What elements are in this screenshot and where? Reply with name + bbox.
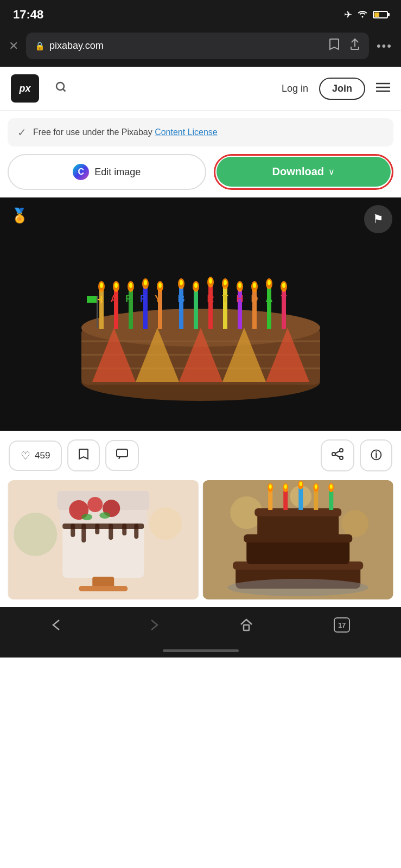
svg-rect-81 <box>81 524 86 542</box>
svg-rect-107 <box>283 491 288 510</box>
svg-text:Y: Y <box>155 293 161 304</box>
svg-point-36 <box>144 280 147 285</box>
interaction-bar: ♡ 459 <box>0 431 401 480</box>
content-license-link[interactable]: Content License <box>155 127 218 137</box>
related-image-1[interactable] <box>8 480 199 599</box>
svg-point-116 <box>299 482 302 486</box>
svg-text:R: R <box>207 293 214 304</box>
more-options-button[interactable]: ••• <box>377 39 392 53</box>
svg-point-44 <box>209 278 212 284</box>
svg-point-48 <box>238 283 241 288</box>
status-bar: 17:48 ✈ <box>0 0 401 28</box>
nav-bar: px Log in Join <box>0 67 401 111</box>
tab-count-button[interactable]: 17 <box>334 617 350 633</box>
svg-point-54 <box>282 283 285 288</box>
url-bar[interactable]: 🔒 pixabay.com <box>26 33 369 59</box>
like-button[interactable]: ♡ 459 <box>9 441 62 471</box>
svg-point-118 <box>314 484 317 489</box>
svg-point-89 <box>81 514 92 520</box>
login-button[interactable]: Log in <box>282 83 308 94</box>
svg-point-46 <box>224 280 227 285</box>
related-image-2[interactable] <box>202 480 394 599</box>
status-icons: ✈ <box>344 9 388 21</box>
svg-point-114 <box>284 484 287 489</box>
svg-point-50 <box>253 283 256 288</box>
svg-rect-68 <box>87 296 97 303</box>
check-icon: ✓ <box>17 126 27 139</box>
download-chevron-icon: ∨ <box>328 167 335 177</box>
svg-rect-106 <box>268 491 272 510</box>
download-button-wrapper: Download ∨ <box>214 154 394 190</box>
battery-icon <box>373 11 388 18</box>
svg-rect-85 <box>134 524 138 539</box>
svg-point-94 <box>149 507 182 540</box>
share-icon[interactable] <box>349 38 360 54</box>
svg-text:A: A <box>111 293 118 304</box>
status-time: 17:48 <box>13 8 43 22</box>
flag-button[interactable]: ⚑ <box>364 205 392 233</box>
svg-point-40 <box>180 280 183 285</box>
logo-text: px <box>19 83 30 94</box>
info-button[interactable]: ⓘ <box>360 439 392 471</box>
cake-illustration: H A P P Y B I R T H D A Y <box>0 197 401 431</box>
svg-point-34 <box>129 283 132 288</box>
airplane-icon: ✈ <box>344 9 352 21</box>
download-button-label: Download <box>272 165 324 178</box>
action-buttons: C Edit image Download ∨ <box>0 146 401 197</box>
svg-rect-108 <box>298 488 303 510</box>
bookmark-icon <box>78 448 89 463</box>
edit-image-button[interactable]: C Edit image <box>8 154 206 190</box>
svg-point-73 <box>340 456 343 459</box>
svg-rect-122 <box>244 625 249 630</box>
svg-text:T: T <box>222 293 228 304</box>
quality-badge-icon: 🏅 <box>11 207 33 229</box>
svg-point-52 <box>268 280 271 285</box>
svg-point-71 <box>340 449 343 452</box>
search-button[interactable] <box>54 80 67 97</box>
share-icon <box>332 448 343 463</box>
close-tab-button[interactable]: ✕ <box>9 39 18 53</box>
svg-rect-69 <box>97 296 98 328</box>
share-button[interactable] <box>321 439 354 471</box>
svg-text:Y: Y <box>281 293 287 304</box>
svg-rect-83 <box>109 524 113 540</box>
svg-point-32 <box>114 283 118 288</box>
home-button[interactable] <box>239 618 253 632</box>
menu-button[interactable] <box>376 81 390 95</box>
svg-text:H: H <box>237 293 244 304</box>
join-button[interactable]: Join <box>319 78 365 100</box>
heart-icon: ♡ <box>21 449 30 462</box>
wifi-icon <box>357 9 368 21</box>
svg-point-120 <box>329 484 332 489</box>
svg-point-0 <box>56 82 64 90</box>
back-button[interactable] <box>51 619 65 631</box>
download-button[interactable]: Download ∨ <box>217 157 391 187</box>
bottom-bar: 17 <box>0 607 401 646</box>
forward-button[interactable] <box>145 619 160 631</box>
svg-point-112 <box>269 484 271 489</box>
url-text: pixabay.com <box>49 40 324 52</box>
svg-text:D: D <box>251 293 258 304</box>
svg-rect-84 <box>122 524 126 535</box>
svg-rect-92 <box>79 586 128 591</box>
svg-point-93 <box>14 513 57 556</box>
edit-button-label: Edit image <box>94 167 141 178</box>
svg-text:P: P <box>125 293 132 304</box>
svg-text:I: I <box>194 293 197 304</box>
info-icon: ⓘ <box>371 448 381 463</box>
bookmark-button[interactable] <box>67 439 100 471</box>
browser-bar: ✕ 🔒 pixabay.com ••• <box>0 28 401 67</box>
bookmark-icon[interactable] <box>329 38 340 54</box>
svg-rect-80 <box>71 524 75 537</box>
related-images <box>0 480 401 607</box>
svg-point-121 <box>227 579 368 596</box>
comment-button[interactable] <box>105 440 139 471</box>
svg-point-98 <box>341 510 368 537</box>
svg-rect-23 <box>208 285 213 329</box>
home-bar <box>163 649 239 652</box>
svg-point-30 <box>100 283 103 288</box>
logo[interactable]: px <box>11 74 39 103</box>
comment-icon <box>116 449 128 462</box>
svg-point-87 <box>87 497 103 512</box>
svg-rect-82 <box>95 524 99 534</box>
